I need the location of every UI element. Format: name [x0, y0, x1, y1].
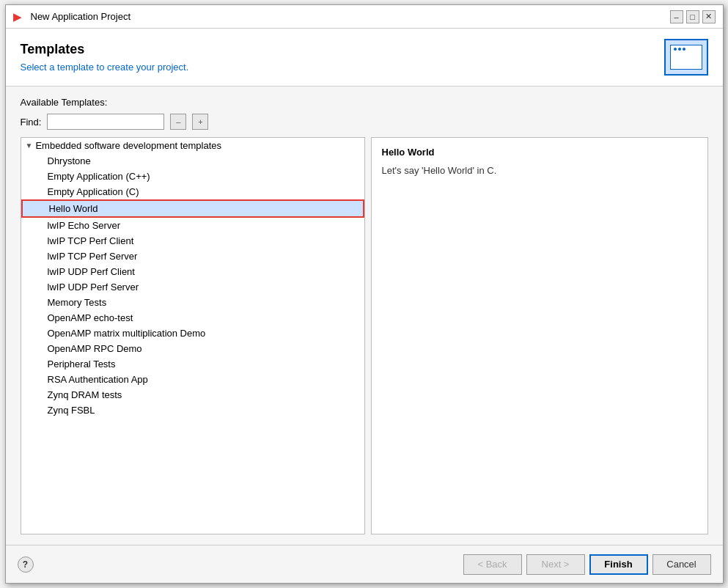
template-list-panel[interactable]: ▼ Embedded software development template… — [21, 137, 365, 534]
app-logo: ▶ — [13, 11, 25, 23]
list-item[interactable]: Empty Application (C++) — [21, 169, 364, 184]
title-bar: ▶ New Application Project – □ ✕ — [6, 5, 723, 29]
list-item[interactable]: lwIP UDP Perf Client — [21, 264, 364, 279]
header-icon-dots — [674, 48, 685, 51]
list-item-hello-world[interactable]: Hello World — [21, 199, 364, 218]
find-label: Find: — [21, 117, 42, 128]
list-item[interactable]: OpenAMP echo-test — [21, 310, 364, 326]
cancel-button[interactable]: Cancel — [652, 554, 711, 575]
footer-right: < Back Next > Finish Cancel — [463, 554, 711, 575]
dot1 — [674, 48, 677, 51]
header-icon-inner — [670, 45, 702, 70]
next-button[interactable]: Next > — [526, 554, 585, 575]
description-title: Hello World — [382, 147, 697, 158]
template-group-header[interactable]: ▼ Embedded software development template… — [21, 138, 364, 153]
header-icon — [664, 39, 708, 76]
list-item[interactable]: RSA Authentication App — [21, 372, 364, 387]
close-button[interactable]: ✕ — [702, 10, 716, 23]
list-item[interactable]: Zynq DRAM tests — [21, 387, 364, 403]
list-item[interactable]: OpenAMP matrix multiplication Demo — [21, 326, 364, 341]
page-subtitle: Select a template to create your project… — [21, 62, 189, 73]
title-bar-left: ▶ New Application Project — [13, 11, 131, 23]
content-area: Available Templates: Find: – + ▼ Embedde… — [6, 87, 723, 545]
find-row: Find: – + — [21, 114, 708, 130]
main-panels: ▼ Embedded software development template… — [21, 137, 708, 534]
list-item[interactable]: Peripheral Tests — [21, 356, 364, 372]
list-item[interactable]: Zynq FSBL — [21, 403, 364, 418]
header-text: Templates Select a template to create yo… — [21, 42, 189, 73]
maximize-button[interactable]: □ — [686, 10, 699, 23]
footer-left: ? — [18, 556, 34, 573]
description-text: Let's say 'Hello World' in C. — [382, 163, 697, 178]
title-controls: – □ ✕ — [670, 10, 716, 23]
dot3 — [683, 48, 685, 51]
collapse-button[interactable]: – — [170, 114, 186, 130]
minimize-button[interactable]: – — [670, 10, 683, 23]
expand-button[interactable]: + — [192, 114, 208, 130]
help-button[interactable]: ? — [18, 556, 34, 573]
dialog-title: New Application Project — [31, 11, 131, 22]
list-item[interactable]: Memory Tests — [21, 295, 364, 310]
list-item[interactable]: lwIP UDP Perf Server — [21, 279, 364, 295]
list-item[interactable]: lwIP TCP Perf Server — [21, 249, 364, 264]
list-item[interactable]: Dhrystone — [21, 153, 364, 169]
list-item[interactable]: OpenAMP RPC Demo — [21, 341, 364, 356]
dialog: ▶ New Application Project – □ ✕ Template… — [5, 4, 724, 584]
dot2 — [678, 48, 681, 51]
group-label: Embedded software development templates — [35, 140, 221, 151]
find-input[interactable] — [47, 114, 164, 130]
available-label: Available Templates: — [21, 97, 708, 108]
list-item[interactable]: lwIP Echo Server — [21, 218, 364, 233]
list-item[interactable]: Empty Application (C) — [21, 184, 364, 199]
finish-button[interactable]: Finish — [589, 554, 648, 575]
list-item[interactable]: lwIP TCP Perf Client — [21, 233, 364, 249]
header-section: Templates Select a template to create yo… — [6, 29, 723, 87]
page-title: Templates — [21, 42, 189, 57]
chevron-down-icon: ▼ — [26, 142, 33, 150]
back-button[interactable]: < Back — [463, 554, 522, 575]
description-panel: Hello World Let's say 'Hello World' in C… — [371, 137, 708, 534]
footer: ? < Back Next > Finish Cancel — [6, 545, 723, 583]
